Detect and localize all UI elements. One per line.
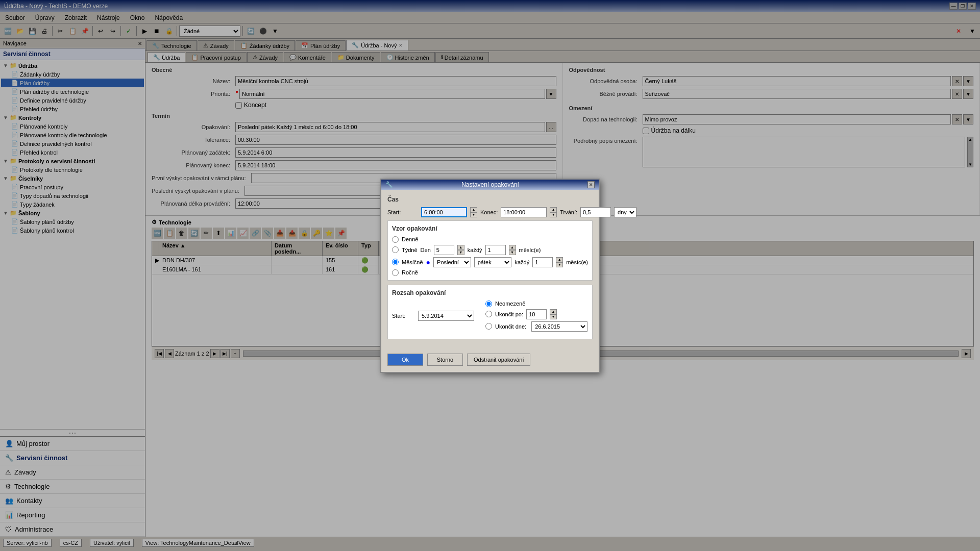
spin-down-btn[interactable]: ▼ (470, 212, 477, 217)
ukonct-po-up[interactable]: ▲ (550, 309, 557, 314)
range-grid: Rozsah opakování Start: 5.9.2014 Neomeze… (387, 285, 593, 339)
modal-title-icon: 🔧 (385, 181, 393, 188)
kazdy-value-input[interactable] (485, 245, 506, 255)
mesice-spin-up[interactable]: ▲ (556, 257, 563, 262)
modal-odstranit-btn[interactable]: Odstranit opakování (467, 354, 530, 366)
modal-trvani-label: Trvání: (560, 209, 577, 215)
radio-ukonct-dne: Ukončit dne: 26.6.2015 (485, 321, 587, 332)
radio-rocne-input[interactable] (392, 269, 399, 276)
spin-konec-up[interactable]: ▲ (550, 207, 557, 212)
radio-mesicne: Měsíčně ● Poslední pátek každý ▲ ▼ (392, 257, 588, 267)
modal-row-start: Start: ▲ ▼ Konec: ▲ ▼ Trvání: dny (387, 207, 593, 217)
modal-start-spin: ▲ ▼ (470, 207, 477, 217)
den-value-input[interactable] (434, 245, 454, 255)
radio-rocne: Ročně (392, 269, 588, 276)
ukonct-po-input[interactable] (526, 309, 547, 319)
radio-tydne: Týdně Den ▲ ▼ každý ▲ ▼ měsíc( (392, 245, 588, 255)
den-label: Den (421, 247, 431, 253)
kazdy-spin-down[interactable]: ▼ (509, 250, 516, 255)
modal-konec-input[interactable] (501, 207, 547, 217)
range-start-row: Start: 5.9.2014 Neomezeně Ukončit po: (392, 300, 588, 332)
range-title: Rozsah opakování (392, 289, 588, 296)
den-spin-down[interactable]: ▼ (457, 250, 464, 255)
kazdy-spin: ▲ ▼ (509, 245, 516, 255)
pattern-grid: Vzor opakování Denně Týdně Den ▲ ▼ (387, 220, 593, 281)
range-start-label: Start: (392, 313, 415, 319)
modal-konec-spin: ▲ ▼ (550, 207, 557, 217)
ukonct-dne-label: Ukončit dne: (495, 323, 526, 330)
cas-section-title: Čas (387, 196, 593, 203)
modal-trvani-unit[interactable]: dny (614, 207, 636, 217)
radio-neomezene: Neomezeně (485, 300, 587, 307)
mesice-spin: ▲ ▼ (556, 257, 563, 267)
modal-overlay: 🔧 Nastavení opakování ✕ Čas Start: ▲ ▼ K… (0, 0, 980, 548)
kazdy-label-1: každý (468, 247, 482, 253)
range-options: Neomezeně Ukončit po: ▲ ▼ (485, 300, 587, 332)
ukonct-po-label: Ukončit po: (495, 311, 523, 317)
radio-ukonct-po-input[interactable] (485, 311, 492, 317)
mesice-spin-down[interactable]: ▼ (556, 262, 563, 267)
radio-mesicne-label: Měsíčně (402, 259, 423, 265)
radio-neomezene-input[interactable] (485, 300, 492, 307)
radio-denny: Denně (392, 236, 588, 243)
radio-rocne-label: Ročně (402, 269, 418, 276)
modal-title-bar: 🔧 Nastavení opakování ✕ (381, 180, 599, 190)
radio-ukonct-po: Ukončit po: ▲ ▼ (485, 309, 587, 319)
ukonct-po-spin: ▲ ▼ (550, 309, 557, 319)
kazdy-label-2: každý (514, 259, 529, 265)
spin-up-btn[interactable]: ▲ (470, 207, 477, 212)
modal-nastaveni-opakovani: 🔧 Nastavení opakování ✕ Čas Start: ▲ ▼ K… (380, 179, 600, 373)
modal-storno-btn[interactable]: Storno (427, 354, 463, 366)
pattern-radio-group: Denně Týdně Den ▲ ▼ každý (392, 236, 588, 276)
patek-select[interactable]: pátek (474, 257, 512, 267)
modal-ok-btn[interactable]: Ok (387, 354, 423, 366)
mesice-value-input[interactable] (532, 257, 553, 267)
kazdy-spin-up[interactable]: ▲ (509, 245, 516, 250)
modal-footer: Ok Storno Odstranit opakování (381, 349, 599, 372)
range-start-select[interactable]: 5.9.2014 (418, 311, 474, 321)
mesicne-dot: ● (426, 258, 430, 266)
neomezene-label: Neomezeně (495, 300, 525, 307)
modal-title-text: Nastavení opakování (461, 181, 519, 188)
radio-tydne-label: Týdně (402, 247, 418, 253)
pattern-title: Vzor opakování (392, 225, 588, 232)
den-spin-up[interactable]: ▲ (457, 245, 464, 250)
den-spin: ▲ ▼ (457, 245, 464, 255)
ukonct-dne-select[interactable]: 26.6.2015 (531, 321, 587, 332)
mesice-label-2: měsíc(e) (566, 259, 588, 265)
radio-denny-label: Denně (402, 236, 418, 242)
modal-start-input[interactable] (421, 207, 467, 217)
radio-mesicne-input[interactable] (392, 259, 399, 265)
spin-konec-down[interactable]: ▼ (550, 212, 557, 217)
radio-ukonct-dne-input[interactable] (485, 323, 492, 330)
modal-body: Čas Start: ▲ ▼ Konec: ▲ ▼ Trvání: dny (381, 190, 599, 349)
modal-start-label: Start: (387, 209, 418, 215)
modal-close-btn[interactable]: ✕ (587, 181, 595, 188)
posledni-select[interactable]: Poslední (433, 257, 471, 267)
radio-tydne-input[interactable] (392, 246, 399, 253)
modal-trvani-input[interactable] (580, 207, 611, 217)
radio-denny-input[interactable] (392, 236, 399, 243)
mesice-label-1: měsíc(e) (519, 247, 541, 253)
modal-konec-label: Konec: (480, 209, 498, 215)
ukonct-po-down[interactable]: ▼ (550, 314, 557, 319)
